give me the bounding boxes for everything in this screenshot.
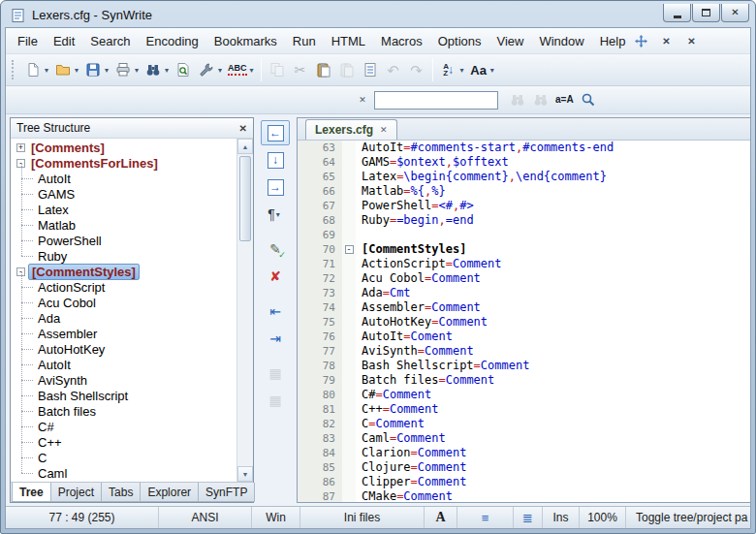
tree-item-bash-shellscript[interactable]: Bash Shellscript [11,388,236,403]
tree-item-comments[interactable]: +[Comments] [11,140,236,155]
editor-line[interactable]: 77AviSynth=Comment [298,344,750,359]
titlebar[interactable]: Lexers.cfg - SynWrite ✕ [5,1,751,27]
editor-line[interactable]: 78Bash Shellscript=Comment [298,359,750,373]
paste-special-button[interactable] [335,57,359,82]
editor-line[interactable]: 67PowerShell=<#,#> [298,199,750,213]
editor-line[interactable]: 82C=Comment [298,417,750,431]
editor-line[interactable]: 72Acu Cobol=Comment [298,271,750,286]
tree-item-autoit[interactable]: AutoIt [11,171,236,186]
editor-line[interactable]: 81C++=Comment [298,402,750,417]
search-input[interactable] [374,91,498,110]
preview-button[interactable] [172,57,195,82]
paste-button[interactable] [312,57,335,82]
tree-panel-close-icon[interactable]: ✕ [239,123,247,134]
print-dropdown-icon[interactable]: ▾ [135,66,139,75]
move-down-button[interactable]: ↓ [261,147,290,173]
editor-line[interactable]: 70-[CommentStyles] [298,242,750,257]
panel-tab-tabs[interactable]: Tabs [101,483,141,502]
edit-node-button[interactable]: ✎✓ [261,236,290,262]
scroll-down-icon[interactable]: ▼ [237,466,253,482]
minimize-button[interactable] [663,4,691,22]
spell-check-button[interactable]: ABC [225,57,250,82]
sort-dropdown-icon[interactable]: ▾ [460,66,464,75]
editor-line[interactable]: 86Clipper=Comment [298,475,750,489]
close-file-icon[interactable]: ✕ [658,33,674,48]
tab-close-icon[interactable]: ✕ [380,125,388,135]
tree-scrollbar[interactable]: ▲ ▼ [236,139,253,482]
menu-item-window[interactable]: Window [531,30,591,52]
status-nonprint-toggle[interactable]: ≣ [514,507,543,528]
find-all-button[interactable] [529,87,552,112]
close-all-files-icon[interactable]: ✕ [683,33,699,48]
tree-item-caml[interactable]: Caml [11,465,236,481]
menu-item-search[interactable]: Search [82,30,138,52]
pilcrow-dropdown-icon[interactable]: ▾ [276,210,280,219]
panel-tab-synftp[interactable]: SynFTP [198,483,255,502]
status-zoom[interactable]: 100% [580,507,626,528]
panel-tab-project[interactable]: Project [50,483,102,502]
expand-icon[interactable]: + [16,143,25,152]
tools-button[interactable] [195,57,218,82]
menu-item-edit[interactable]: Edit [46,30,82,52]
editor-line[interactable]: 64GAMS=$ontext,$offtext [298,155,750,170]
tree-item-commentstyles[interactable]: -[CommentStyles] [11,264,236,279]
close-button[interactable]: ✕ [721,4,749,22]
editor-line[interactable]: 83Caml=Comment [298,431,750,446]
focus-left-button[interactable]: ← [261,120,290,145]
tree-item-commentsforlines[interactable]: -[CommentsForLines] [11,155,236,171]
menu-item-view[interactable]: View [489,30,532,52]
status-line-ends[interactable]: Win [252,507,300,528]
cut-button[interactable]: ✂ [289,57,312,82]
status-encoding[interactable]: ANSI [159,507,252,528]
spell-check-dropdown-icon[interactable]: ▾ [250,66,254,75]
editor-line[interactable]: 84Clarion=Comment [298,446,750,460]
new-file-button[interactable] [21,57,45,82]
menu-item-encoding[interactable]: Encoding [139,30,206,52]
tree-item-avisynth[interactable]: AviSynth [11,372,236,388]
maximize-button[interactable] [692,4,720,22]
move-right-button[interactable]: → [261,174,290,200]
sort-button[interactable]: AZ ↓ [437,57,460,82]
tree-item-c[interactable]: C++ [11,434,236,450]
menu-item-options[interactable]: Options [430,30,489,52]
scroll-thumb[interactable] [239,156,251,241]
editor-line[interactable]: 80C#=Comment [298,388,750,402]
print-button[interactable] [111,57,135,82]
menu-item-file[interactable]: File [10,30,46,52]
tree-item-c[interactable]: C# [11,419,236,434]
status-lexer[interactable]: Ini files [300,507,425,528]
scroll-track[interactable] [237,154,253,466]
save-file-button[interactable] [81,57,105,82]
delete-node-button[interactable]: ✘ [261,264,290,289]
redo-button[interactable]: ↷ [405,57,428,82]
font-size-dropdown-icon[interactable]: ▾ [490,66,494,75]
tools-dropdown-icon[interactable]: ▾ [218,66,222,75]
menu-item-help[interactable]: Help [592,30,634,52]
zoom-search-button[interactable] [577,87,600,112]
editor-line[interactable]: 79Batch files=Comment [298,373,750,388]
tree-item-c[interactable]: C [11,450,236,465]
tree-item-acu-cobol[interactable]: Acu Cobol [11,295,236,310]
fold-collapse-icon[interactable]: - [345,245,354,254]
paragraph-marks-button[interactable]: ¶▾ [261,202,290,227]
status-font-toggle[interactable]: A [425,507,457,528]
copy-button[interactable] [266,57,289,82]
editor-lines[interactable]: 63AutoIt=#comments-start,#comments-end64… [298,141,750,502]
tree-item-matlab[interactable]: Matlab [11,217,236,233]
search-close-icon[interactable]: ✕ [355,92,370,108]
tree-item-autohotkey[interactable]: AutoHotKey [11,341,236,357]
undo-button[interactable]: ↶ [382,57,405,82]
tab-lexers-cfg[interactable]: Lexers.cfg ✕ [305,119,397,140]
tree-item-gams[interactable]: GAMS [11,186,236,202]
menu-item-run[interactable]: Run [285,30,324,52]
editor-line[interactable]: 69 [298,228,750,242]
editor-line[interactable]: 63AutoIt=#comments-start,#comments-end [298,141,750,155]
editor-line[interactable]: 87CMake=Comment [298,489,750,502]
tree-item-powershell[interactable]: PowerShell [11,233,236,248]
column-edit-button[interactable] [359,57,382,82]
table-ops-1-button[interactable]: ▦ [261,361,290,386]
editor-line[interactable]: 68Ruby==begin,=end [298,213,750,228]
editor-line[interactable]: 65Latex=\begin{comment},\end{comment} [298,170,750,184]
open-file-button[interactable] [51,57,75,82]
tree-item-latex[interactable]: Latex [11,202,236,217]
